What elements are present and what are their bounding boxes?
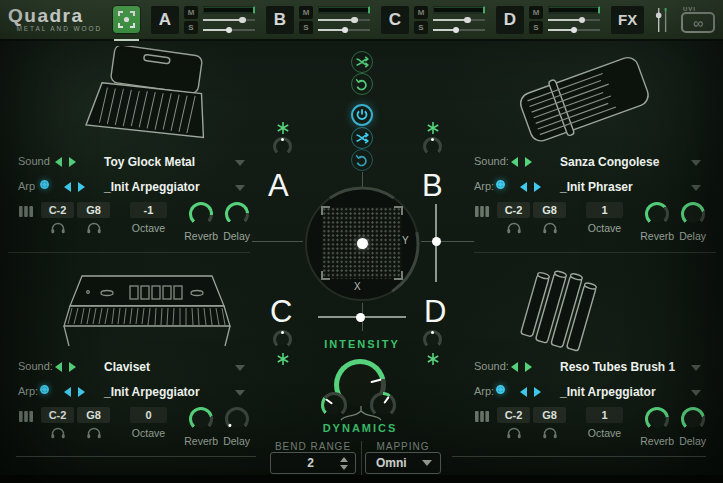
bend-range-increase-icon[interactable] xyxy=(340,457,348,462)
channel-b-solo-button[interactable]: S xyxy=(299,21,313,34)
sound-dropdown-caret[interactable] xyxy=(235,160,245,166)
headphone-icon[interactable] xyxy=(542,427,558,439)
sound-next-button[interactable] xyxy=(69,362,76,372)
arp-name[interactable]: _Init Arpeggiator xyxy=(104,385,234,399)
sound-name[interactable]: Claviset xyxy=(104,360,234,374)
arp-enable-radio[interactable] xyxy=(40,385,49,394)
sound-name[interactable]: Reso Tubes Brush 1 xyxy=(560,360,690,374)
sound-dropdown-caret[interactable] xyxy=(691,160,701,166)
delay-knob[interactable] xyxy=(681,407,705,431)
key-range-low[interactable]: C-2 xyxy=(41,407,74,423)
undo-sounds-icon[interactable] xyxy=(351,73,373,95)
channel-a-mute-button[interactable]: M xyxy=(184,6,198,19)
sound-dropdown-caret[interactable] xyxy=(691,365,701,371)
reverb-knob[interactable] xyxy=(645,407,669,431)
headphone-icon[interactable] xyxy=(50,222,66,234)
channel-d-volume-slider[interactable] xyxy=(548,17,600,24)
key-range-low[interactable]: C-2 xyxy=(41,202,74,218)
part-c-blend-knob[interactable] xyxy=(273,330,292,349)
headphone-icon[interactable] xyxy=(86,427,102,439)
channel-d-button[interactable]: D xyxy=(496,6,524,34)
key-range-high[interactable]: G8 xyxy=(533,407,566,423)
arp-dropdown-caret[interactable] xyxy=(691,185,701,191)
arp-power-icon[interactable] xyxy=(351,104,373,126)
channel-c-button[interactable]: C xyxy=(381,6,409,34)
delay-knob[interactable] xyxy=(225,407,249,431)
part-a-blend-knob[interactable] xyxy=(273,137,292,156)
master-fader-icon[interactable] xyxy=(655,5,670,35)
randomize-arps-icon[interactable] xyxy=(351,127,373,149)
dynamics-high-knob[interactable] xyxy=(370,392,396,418)
headphone-icon[interactable] xyxy=(50,427,66,439)
xy-pad-cursor[interactable] xyxy=(357,238,368,249)
channel-a-button[interactable]: A xyxy=(151,6,179,34)
sound-next-button[interactable] xyxy=(525,157,532,167)
bend-range-decrease-icon[interactable] xyxy=(340,465,348,470)
arp-next-button[interactable] xyxy=(534,387,541,397)
headphone-icon[interactable] xyxy=(506,427,522,439)
arp-name[interactable]: _Init Phraser xyxy=(560,180,690,194)
sound-name[interactable]: Toy Glock Metal xyxy=(104,155,234,169)
dynamics-low-knob[interactable] xyxy=(321,392,347,418)
sound-name[interactable]: Sanza Congolese xyxy=(560,155,690,169)
arp-prev-button[interactable] xyxy=(64,387,71,397)
channel-a-volume-slider[interactable] xyxy=(203,17,255,24)
key-range-high[interactable]: G8 xyxy=(77,202,110,218)
channel-b-button[interactable]: B xyxy=(266,6,294,34)
arp-dropdown-caret[interactable] xyxy=(235,185,245,191)
y-slider-handle[interactable] xyxy=(432,237,441,246)
bend-range-stepper[interactable]: 2 xyxy=(270,452,356,474)
channel-b-pan-slider[interactable] xyxy=(318,27,370,34)
arp-next-button[interactable] xyxy=(534,182,541,192)
xy-pad[interactable] xyxy=(322,207,402,279)
part-d-random-icon[interactable] xyxy=(426,352,440,366)
channel-c-volume-slider[interactable] xyxy=(433,17,485,24)
part-c-random-icon[interactable] xyxy=(276,352,290,366)
key-range-low[interactable]: C-2 xyxy=(497,407,530,423)
key-range-low[interactable]: C-2 xyxy=(497,202,530,218)
channel-c-mute-button[interactable]: M xyxy=(414,6,428,19)
arp-prev-button[interactable] xyxy=(520,182,527,192)
sound-prev-button[interactable] xyxy=(55,157,62,167)
headphone-icon[interactable] xyxy=(86,222,102,234)
arp-prev-button[interactable] xyxy=(520,387,527,397)
sound-next-button[interactable] xyxy=(525,362,532,372)
x-slider[interactable] xyxy=(318,311,406,323)
arp-dropdown-caret[interactable] xyxy=(691,390,701,396)
reverb-knob[interactable] xyxy=(189,407,213,431)
channel-b-mute-button[interactable]: M xyxy=(299,6,313,19)
sound-next-button[interactable] xyxy=(69,157,76,167)
part-b-random-icon[interactable] xyxy=(426,121,440,135)
arp-name[interactable]: _Init Arpeggiator xyxy=(560,385,690,399)
part-d-blend-knob[interactable] xyxy=(423,330,442,349)
y-slider[interactable] xyxy=(430,204,442,282)
octave-value[interactable]: 1 xyxy=(586,202,623,218)
arp-enable-radio[interactable] xyxy=(496,385,505,394)
channel-d-solo-button[interactable]: S xyxy=(529,21,543,34)
mapping-dropdown[interactable]: Omni xyxy=(365,452,441,474)
quad-view-button[interactable] xyxy=(113,6,140,33)
part-b-blend-knob[interactable] xyxy=(423,137,442,156)
arp-next-button[interactable] xyxy=(78,182,85,192)
sound-prev-button[interactable] xyxy=(511,157,518,167)
channel-b-volume-slider[interactable] xyxy=(318,17,370,24)
sound-dropdown-caret[interactable] xyxy=(235,365,245,371)
arp-name[interactable]: _Init Arpeggiator xyxy=(104,180,234,194)
reverb-knob[interactable] xyxy=(189,202,213,226)
channel-c-solo-button[interactable]: S xyxy=(414,21,428,34)
channel-a-pan-slider[interactable] xyxy=(203,27,255,34)
channel-c-pan-slider[interactable] xyxy=(433,27,485,34)
headphone-icon[interactable] xyxy=(506,222,522,234)
x-slider-handle[interactable] xyxy=(356,313,365,322)
arp-enable-radio[interactable] xyxy=(496,180,505,189)
reverb-knob[interactable] xyxy=(645,202,669,226)
part-a-random-icon[interactable] xyxy=(276,121,290,135)
channel-a-solo-button[interactable]: S xyxy=(184,21,198,34)
delay-knob[interactable] xyxy=(681,202,705,226)
fx-button[interactable]: FX xyxy=(611,6,644,34)
octave-value[interactable]: 1 xyxy=(586,407,623,423)
arp-next-button[interactable] xyxy=(78,387,85,397)
randomize-sounds-icon[interactable] xyxy=(351,51,373,73)
delay-knob[interactable] xyxy=(225,202,249,226)
key-range-high[interactable]: G8 xyxy=(533,202,566,218)
